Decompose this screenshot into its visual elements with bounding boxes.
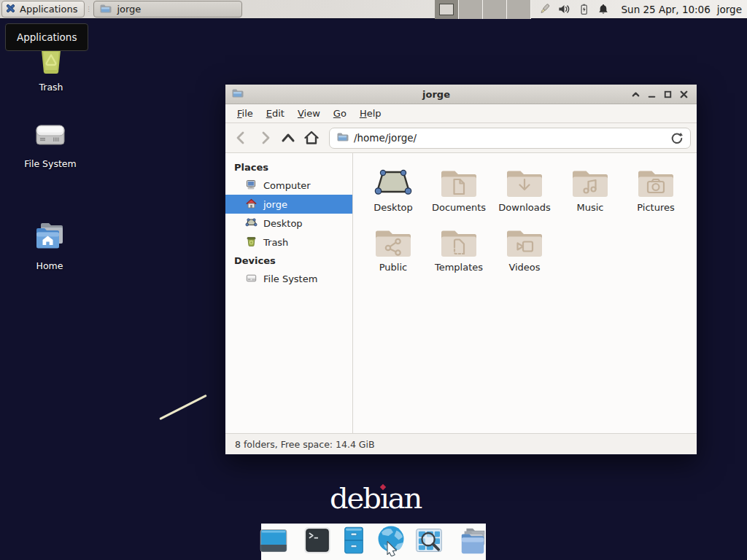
sidebar-item-label: Trash [263,237,288,248]
menu-view[interactable]: View [291,106,327,121]
folder-label: Music [577,202,604,213]
menu-file[interactable]: File [231,106,260,121]
debian-logo-text: deb [330,481,380,515]
folder-icon [506,225,543,258]
sidebar-item-label: Computer [263,180,311,191]
folder-music[interactable]: Music [558,165,622,213]
web-browser-icon [375,524,407,559]
panel-handle[interactable]: ⋮ [85,7,91,12]
minimize-button[interactable] [645,88,659,101]
taskbar-item-jorge[interactable]: jorge [93,1,242,18]
sidebar-header-devices: Devices [225,252,352,269]
dock-web-browser-button[interactable] [375,526,407,558]
user-menu[interactable]: jorge [717,4,742,15]
folder-videos[interactable]: Videos [492,225,557,273]
workspace-3[interactable] [483,0,507,19]
toolbar: /home/jorge/ [225,123,697,153]
sidebar-item-jorge[interactable]: jorge [225,195,352,214]
stylus-icon[interactable] [538,2,551,16]
window-folder-icon [231,88,244,101]
folder-label: Public [379,262,407,273]
back-button[interactable] [231,128,251,148]
folder-window-icon [99,3,112,16]
dock-file-cabinet-button[interactable] [339,526,368,558]
desktop-icon-label: Home [36,260,63,271]
statusbar-text: 8 folders, Free space: 14.4 GiB [235,439,375,450]
up-button[interactable] [278,128,298,148]
folder-desktop[interactable]: Desktop [361,165,425,213]
folder-icon [440,165,478,198]
drive-small-icon [245,272,258,286]
battery-icon[interactable] [577,2,591,16]
folder-icon [440,225,478,258]
sidebar-item-file-system[interactable]: File System [225,269,352,288]
folder-label: Pictures [637,202,674,213]
file-manager-window: jorge FileEditViewGoHelp /home/jorge/ Pl… [225,84,697,455]
folder-label: Desktop [374,202,413,213]
menu-edit[interactable]: Edit [260,106,291,121]
workspace-1[interactable] [435,0,459,19]
path-bar[interactable]: /home/jorge/ [329,128,691,149]
folder-documents[interactable]: Documents [427,165,491,213]
maximize-button[interactable] [661,88,675,101]
desktop-icon [374,165,412,198]
dock [261,524,486,560]
sidebar-item-desktop[interactable]: Desktop [225,214,352,233]
home-small-icon [245,198,258,211]
close-button[interactable] [677,88,691,101]
titlebar[interactable]: jorge [225,85,697,104]
workspace-2[interactable] [459,0,483,19]
taskbar-item-label: jorge [117,4,141,15]
folder-pictures[interactable]: Pictures [624,165,688,213]
folder-label: Videos [508,262,540,273]
folder-public[interactable]: Public [361,225,425,273]
debian-logo-text-2: an [388,481,422,515]
sidebar-item-computer[interactable]: Computer [225,176,352,195]
refresh-icon[interactable] [670,131,684,144]
desktop-small-icon [245,217,258,230]
desktop-artifact-line [159,394,207,420]
shade-button[interactable] [629,88,643,101]
debian-logo: debıan [330,481,421,515]
volume-icon[interactable] [557,2,571,16]
workspace-4[interactable] [507,0,531,19]
menu-help[interactable]: Help [353,106,388,121]
dock-terminal-button[interactable] [302,526,333,558]
debian-logo-i: ı [380,481,388,515]
sidebar-header-places: Places [225,158,352,176]
folder-icon [571,165,609,198]
applications-tooltip: Applications [5,23,88,51]
folder-templates[interactable]: Templates [427,225,491,273]
home-folder-big-icon [32,219,67,257]
directory-menu-icon [457,525,489,559]
desktop-icon-file-system[interactable]: File System [14,117,87,169]
dock-show-desktop-button[interactable] [258,526,289,558]
sidebar: PlacesComputerjorgeDesktopTrashDevicesFi… [225,153,353,433]
path-folder-icon [336,131,349,144]
trash-small-icon [245,236,258,249]
folder-downloads[interactable]: Downloads [492,165,557,213]
applications-menu-button[interactable]: Applications [1,1,85,18]
path-text: /home/jorge/ [354,132,417,144]
window-title: jorge [248,89,624,100]
terminal-icon [302,525,333,559]
desktop-icon-label: File System [24,158,77,169]
dock-directory-menu-button[interactable] [457,526,489,558]
folder-label: Templates [435,262,483,273]
dock-app-finder-button[interactable] [414,526,444,558]
forward-button[interactable] [255,128,274,148]
home-button[interactable] [301,128,321,148]
bell-icon[interactable] [597,2,611,16]
clock[interactable]: Sun 25 Apr, 10:06 [622,4,711,15]
sidebar-item-trash[interactable]: Trash [225,233,352,252]
show-desktop-icon [258,526,289,558]
tooltip-text: Applications [17,31,77,43]
menu-go[interactable]: Go [327,106,353,121]
drive-big-icon [33,117,68,155]
xfce-logo-icon [5,3,16,16]
workspace-window-thumbnail [439,4,454,15]
folder-view[interactable]: Desktop Documents Downloads Music Pictur… [353,153,697,433]
folder-icon [506,165,543,198]
menubar: FileEditViewGoHelp [225,104,697,123]
desktop-icon-home[interactable]: Home [13,219,86,271]
